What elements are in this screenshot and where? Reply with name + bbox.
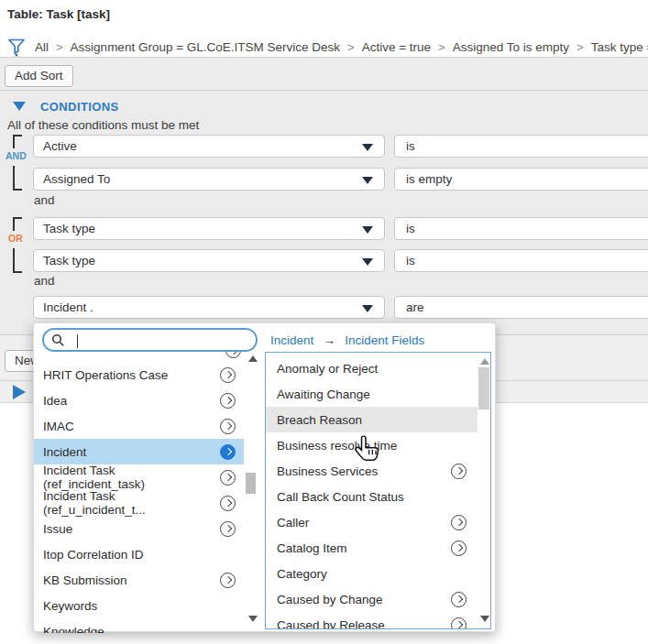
- condition-field-value: Task type: [43, 254, 95, 267]
- chevron-right-circle-icon[interactable]: [451, 540, 467, 556]
- breadcrumb-item[interactable]: All: [35, 40, 49, 54]
- field-list-item[interactable]: Breach Reason: [266, 407, 478, 432]
- condition-field-select[interactable]: Incident .: [33, 296, 385, 319]
- field-list-items: Anomaly or Reject Awaiting Change Breach…: [266, 355, 478, 629]
- search-box[interactable]: [42, 328, 258, 352]
- breadcrumb-item[interactable]: > Assigned To is empty: [431, 40, 569, 54]
- and-bracket-bottom: [13, 166, 22, 191]
- table-list: HRIT Operations Case Idea IMAC Incident …: [34, 352, 245, 633]
- condition-operator-select[interactable]: is empty: [394, 168, 648, 191]
- scrollbar-thumb[interactable]: [478, 367, 489, 409]
- collapse-triangle-icon[interactable]: [13, 102, 26, 111]
- condition-field-select[interactable]: Task type: [33, 249, 385, 272]
- breadcrumb-item[interactable]: > Task type = Incident .or. T: [569, 40, 648, 54]
- field-list-item[interactable]: Awaiting Change: [266, 381, 478, 407]
- breadcrumb-separator: >: [347, 40, 355, 54]
- chevron-right-circle-icon[interactable]: [451, 592, 467, 607]
- table-list-item[interactable]: Knowledge: [34, 618, 244, 633]
- chevron-right-circle-icon[interactable]: [220, 367, 236, 383]
- condition-field-select[interactable]: Assigned To: [33, 168, 385, 191]
- field-list-item[interactable]: Call Back Count Status: [266, 484, 478, 509]
- breadcrumb-item[interactable]: > Assignment Group = GL.CoE.ITSM Service…: [49, 40, 340, 54]
- table-list-item[interactable]: Idea: [34, 387, 244, 413]
- expand-triangle-icon[interactable]: [13, 385, 26, 399]
- table-list-item-label: Knowledge: [43, 625, 104, 634]
- popup-section-link[interactable]: Incident Fields: [345, 333, 424, 347]
- field-list-item[interactable]: Anomaly or Reject: [266, 355, 478, 381]
- scrollbar-thumb[interactable]: [246, 473, 256, 494]
- table-list-item-label: Incident Task (ref_incident_task): [43, 464, 220, 491]
- table-list-item-label: Issue: [43, 522, 72, 536]
- breadcrumb-item-label[interactable]: Task type = Incident .or. T: [591, 40, 648, 54]
- condition-operator-select[interactable]: is: [394, 217, 648, 240]
- chevron-right-circle-icon[interactable]: [451, 515, 467, 530]
- field-chooser-popup: Incident → Incident Fields HRIT Operatio…: [33, 322, 496, 632]
- condition-operator-select[interactable]: is: [394, 135, 648, 158]
- condition-operator-select[interactable]: are: [394, 296, 648, 319]
- chevron-right-circle-icon[interactable]: [220, 419, 236, 434]
- scroll-up-arrow[interactable]: [248, 355, 258, 362]
- filter-funnel-icon[interactable]: [7, 38, 26, 57]
- field-list-item[interactable]: Category: [266, 561, 478, 586]
- breadcrumb-item-label[interactable]: Assigned To is empty: [453, 40, 569, 54]
- condition-operator-value: is: [406, 222, 415, 235]
- chevron-right-circle-icon[interactable]: [451, 617, 467, 630]
- filter-builder-screen: Table: Task [task] All > Assignment Grou…: [0, 0, 648, 644]
- table-list-item[interactable]: Issue: [34, 516, 244, 541]
- table-list-item-label: Keywords: [43, 599, 97, 613]
- popup-root-link[interactable]: Incident: [270, 333, 313, 347]
- condition-field-select[interactable]: Task type: [33, 217, 385, 240]
- field-list-item[interactable]: Caller: [266, 509, 478, 535]
- field-list-item[interactable]: Catalog Item: [266, 535, 478, 561]
- or-bracket-label: OR: [8, 233, 23, 244]
- field-list-item[interactable]: Caused by Change: [266, 586, 478, 612]
- conditions-header[interactable]: CONDITIONS: [0, 98, 119, 115]
- table-list-item[interactable]: IMAC: [34, 413, 244, 439]
- breadcrumb-item-label[interactable]: Assignment Group = GL.CoE.ITSM Service D…: [71, 40, 340, 54]
- chevron-right-circle-icon[interactable]: [220, 393, 236, 409]
- table-list-items: HRIT Operations Case Idea IMAC Incident …: [34, 362, 244, 633]
- scroll-up-arrow[interactable]: [480, 358, 489, 365]
- hand-pointer-cursor: [352, 434, 383, 465]
- field-list-item-label: Business Services: [277, 464, 378, 478]
- breadcrumb-item[interactable]: > Active = true: [340, 40, 431, 54]
- table-list-item[interactable]: Incident: [34, 439, 244, 464]
- table-list-item[interactable]: KB Submission: [34, 567, 244, 593]
- field-list-item-label: Caused by Release: [277, 618, 385, 630]
- search-input[interactable]: [70, 333, 248, 347]
- condition-operator-value: is: [406, 139, 415, 153]
- condition-field-value: Task type: [43, 222, 95, 235]
- chevron-right-circle-icon[interactable]: [451, 464, 467, 479]
- condition-field-select[interactable]: Active: [33, 135, 385, 158]
- scroll-down-arrow[interactable]: [480, 616, 489, 622]
- caret-down-icon: [362, 305, 373, 312]
- condition-operator-value: is empty: [406, 172, 452, 186]
- table-list-item[interactable]: Itop Correlation ID: [34, 541, 244, 567]
- popup-breadcrumb: Incident → Incident Fields: [270, 333, 424, 347]
- breadcrumb-items: All > Assignment Group = GL.CoE.ITSM Ser…: [35, 40, 648, 54]
- chevron-right-circle-icon[interactable]: [220, 573, 236, 588]
- scroll-down-arrow[interactable]: [248, 616, 258, 622]
- chevron-right-circle-icon[interactable]: [220, 470, 236, 486]
- chevron-right-circle-icon[interactable]: [220, 444, 236, 460]
- field-list-item-label: Caller: [277, 516, 309, 529]
- table-list-item-label: Incident Task (ref_u_incident_t...: [43, 489, 220, 517]
- table-list-item[interactable]: Incident Task (ref_u_incident_t...: [34, 490, 244, 516]
- condition-operator-select[interactable]: is: [394, 249, 648, 272]
- caret-down-icon: [362, 144, 373, 151]
- table-list-item[interactable]: Incident Task (ref_incident_task): [34, 464, 244, 490]
- field-list-item[interactable]: Caused by Release: [266, 612, 478, 629]
- breadcrumb-item-label[interactable]: All: [35, 40, 49, 54]
- chevron-right-circle-icon[interactable]: [220, 521, 236, 537]
- breadcrumb-item-label[interactable]: Active = true: [362, 40, 431, 54]
- add-sort-button[interactable]: Add Sort: [5, 65, 73, 87]
- breadcrumb-separator: >: [56, 40, 63, 54]
- table-list-item[interactable]: HRIT Operations Case: [34, 362, 244, 387]
- table-list-item-label: Itop Correlation ID: [43, 548, 144, 562]
- chevron-right-circle-icon[interactable]: [220, 496, 236, 511]
- and-joiner-text: and: [34, 274, 55, 288]
- caret-down-icon: [362, 258, 373, 266]
- field-list-item-label: Caused by Change: [277, 593, 383, 606]
- table-list-item-label: KB Submission: [43, 573, 127, 587]
- table-list-item[interactable]: Keywords: [34, 593, 244, 618]
